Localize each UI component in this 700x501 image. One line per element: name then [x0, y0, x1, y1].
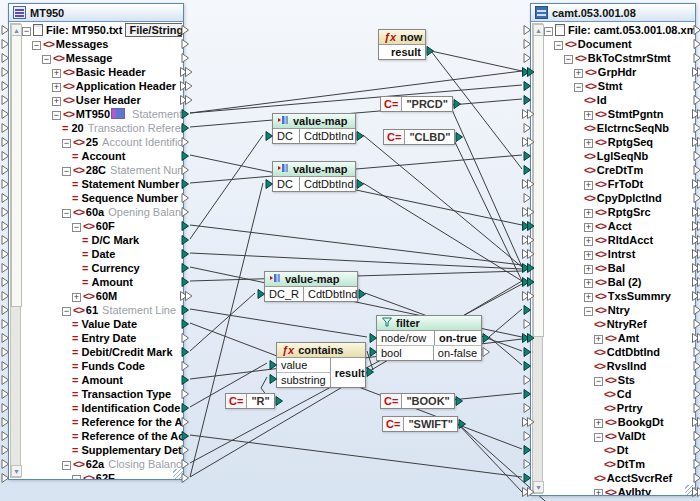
- input-connector[interactable]: [522, 319, 535, 329]
- output-connector[interactable]: [692, 361, 700, 371]
- tree-item-d-c-mark[interactable]: =D/C Mark: [22, 233, 182, 247]
- input-connector[interactable]: [0, 221, 13, 231]
- tree-item-bktocstmrstmt[interactable]: −<>BkToCstmrStmt: [544, 51, 694, 65]
- input-connector[interactable]: [522, 151, 535, 161]
- input-connector[interactable]: [0, 39, 13, 49]
- output-connector[interactable]: [180, 137, 193, 147]
- output-connector[interactable]: [180, 473, 193, 483]
- tree-item-supplementary-details[interactable]: =Supplementary Details: [22, 443, 182, 457]
- output-connector[interactable]: [180, 263, 193, 273]
- tree-item-prtry[interactable]: <>Prtry: [544, 401, 694, 415]
- output-connector[interactable]: [425, 46, 434, 56]
- expand-toggle[interactable]: −: [62, 167, 71, 176]
- input-connector[interactable]: [0, 151, 13, 161]
- output-connector[interactable]: [692, 109, 700, 119]
- tree-item-amount[interactable]: =Amount: [22, 373, 182, 387]
- tree-item-bookgdt[interactable]: +<>BookgDt: [544, 415, 694, 429]
- input-connector[interactable]: [0, 417, 13, 427]
- output-connector[interactable]: [180, 347, 193, 357]
- input-connector[interactable]: [522, 389, 535, 399]
- output-connector[interactable]: [180, 459, 193, 469]
- tree-item-mt950[interactable]: −<>MT950Statement Messag: [22, 107, 182, 121]
- input-connector[interactable]: [522, 137, 535, 147]
- output-connector[interactable]: [180, 361, 193, 371]
- tree-item-61[interactable]: −<>61Statement Line: [22, 303, 182, 317]
- output-connector[interactable]: [180, 319, 193, 329]
- input-connector[interactable]: [522, 95, 535, 105]
- input-connector[interactable]: [0, 459, 13, 469]
- input-connector[interactable]: [0, 431, 13, 441]
- expand-toggle[interactable]: −: [62, 139, 71, 148]
- expand-toggle[interactable]: −: [544, 27, 553, 36]
- tree-item-stmtpgntn[interactable]: +<>StmtPgntn: [544, 107, 694, 121]
- input-connector[interactable]: [0, 319, 13, 329]
- constant-r[interactable]: C= "R": [225, 393, 275, 409]
- output-connector[interactable]: [180, 151, 193, 161]
- tree-item-bal-2[interactable]: +<>Bal (2): [544, 275, 694, 289]
- input-connector[interactable]: [522, 39, 535, 49]
- expand-toggle[interactable]: +: [594, 335, 603, 344]
- expand-toggle[interactable]: +: [584, 223, 593, 232]
- input-connector[interactable]: [0, 193, 13, 203]
- tree-item-basic-header[interactable]: +<>Basic Header: [22, 65, 182, 79]
- tree-item-bal[interactable]: +<>Bal: [544, 261, 694, 275]
- tree-item-application-header[interactable]: +<>Application Header: [22, 79, 182, 93]
- output-connector[interactable]: [180, 403, 193, 413]
- tree-item-25[interactable]: −<>25Account Identification: [22, 135, 182, 149]
- expand-toggle[interactable]: −: [72, 223, 81, 232]
- tree-item-ntryref[interactable]: <>NtryRef: [544, 317, 694, 331]
- tree-item-messages[interactable]: −<>Messages: [22, 37, 182, 51]
- output-connector[interactable]: [180, 333, 193, 343]
- output-connector[interactable]: [692, 39, 700, 49]
- expand-toggle[interactable]: −: [574, 83, 583, 92]
- input-connector[interactable]: [522, 25, 535, 35]
- input-connector[interactable]: [0, 263, 13, 273]
- output-connector[interactable]: [180, 25, 193, 35]
- input-connector[interactable]: [0, 361, 13, 371]
- expand-toggle[interactable]: +: [594, 419, 603, 428]
- output-connector[interactable]: [180, 207, 193, 217]
- input-connector[interactable]: [522, 361, 535, 371]
- output-connector[interactable]: [692, 305, 700, 315]
- tree-item-rptgsrc[interactable]: +<>RptgSrc: [544, 205, 694, 219]
- output-connector[interactable]: [180, 109, 193, 119]
- expand-toggle[interactable]: −: [594, 377, 603, 386]
- output-connector[interactable]: [692, 473, 700, 483]
- constant-swift[interactable]: C= "SWIFT": [382, 416, 458, 432]
- tree-item-frtodt[interactable]: +<>FrToDt: [544, 177, 694, 191]
- output-connector[interactable]: [180, 53, 193, 63]
- output-connector[interactable]: [180, 67, 193, 77]
- tree-item-txssummry[interactable]: +<>TxsSummry: [544, 289, 694, 303]
- expand-toggle[interactable]: +: [584, 265, 593, 274]
- input-connector[interactable]: [522, 445, 535, 455]
- tree-item-lglseqnb[interactable]: <>LglSeqNb: [544, 149, 694, 163]
- constant-prcd[interactable]: C= "PRCD": [380, 96, 453, 112]
- input-connector[interactable]: [0, 291, 13, 301]
- tree-item-id[interactable]: <>Id: [544, 93, 694, 107]
- output-connector[interactable]: [180, 389, 193, 399]
- expand-toggle[interactable]: −: [564, 55, 573, 64]
- output-connector[interactable]: [692, 389, 700, 399]
- expand-toggle[interactable]: +: [52, 69, 61, 78]
- expand-toggle[interactable]: +: [584, 279, 593, 288]
- expand-toggle[interactable]: −: [62, 209, 71, 218]
- tree-item-stmt[interactable]: −<>Stmt: [544, 79, 694, 93]
- expand-toggle[interactable]: −: [42, 55, 51, 64]
- output-connector[interactable]: [180, 235, 193, 245]
- output-connector[interactable]: [692, 375, 700, 385]
- tree-item-ntry[interactable]: −<>Ntry: [544, 303, 694, 317]
- output-connector[interactable]: [692, 67, 700, 77]
- input-connector[interactable]: [522, 277, 535, 287]
- input-connector[interactable]: [0, 95, 13, 105]
- input-connector[interactable]: [522, 179, 535, 189]
- output-connector[interactable]: [357, 289, 366, 299]
- expand-toggle[interactable]: −: [32, 41, 41, 50]
- output-connector[interactable]: [692, 445, 700, 455]
- output-connector[interactable]: [692, 179, 700, 189]
- tree-item-entry-date[interactable]: =Entry Date: [22, 331, 182, 345]
- input-connector[interactable]: [522, 347, 535, 357]
- tree-item-28c[interactable]: −<>28CStatement Number/S: [22, 163, 182, 177]
- input-connector-substring[interactable]: [268, 374, 277, 384]
- input-connector[interactable]: [0, 207, 13, 217]
- input-connector[interactable]: [522, 193, 535, 203]
